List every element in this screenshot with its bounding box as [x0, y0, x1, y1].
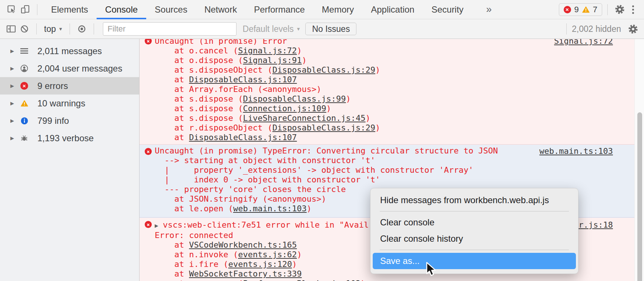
menu-item-clear-console[interactable]: Clear console: [370, 214, 578, 231]
console-message-line: at o.dispose (Signal.js:91): [155, 56, 603, 65]
kebab-menu-icon[interactable]: [626, 2, 640, 17]
console-settings-gear-icon[interactable]: [626, 22, 640, 36]
sidebar-item-799-info[interactable]: ▶799 info: [0, 112, 139, 129]
menu-separator: [380, 249, 569, 250]
stack-frame-link[interactable]: DisposableClass.js:99: [243, 94, 346, 103]
info-icon: [20, 117, 28, 125]
console-message-line: at s.dispose (DisposableClass.js:99): [155, 94, 603, 104]
scrollbar-thumb[interactable]: [637, 112, 642, 281]
tab-console[interactable]: Console: [97, 0, 146, 19]
message-text: ): [346, 94, 351, 103]
console-message-line: at DisposableClass.js:107: [155, 75, 603, 85]
menu-item-clear-console-history[interactable]: Clear console history: [370, 231, 578, 247]
console-error-message: ×Uncaught (in promise) Error at o.cancel…: [140, 39, 644, 145]
no-issues-button[interactable]: No Issues: [305, 23, 356, 35]
console-toolbar-right: 2,002 hidden: [561, 22, 644, 36]
warning-count-icon: [582, 6, 590, 13]
sidebar-item-label: 1,193 verbose: [37, 133, 94, 143]
sidebar-item-9-errors[interactable]: ▶×9 errors: [0, 77, 139, 95]
warning-count: 7: [593, 5, 597, 14]
message-text: Error: connected: [155, 231, 233, 240]
disclosure-triangle-icon[interactable]: ▶: [10, 83, 16, 89]
message-text: Uncaught (in promise) TypeError: Convert…: [155, 146, 498, 155]
error-icon: ×: [20, 82, 28, 90]
tab-sources[interactable]: Sources: [146, 0, 196, 19]
stack-frame-link[interactable]: LiveShareConnection.js:45: [243, 113, 365, 123]
warning-icon: [20, 99, 28, 107]
context-label: top: [44, 24, 56, 34]
sidebar-item-label: 799 info: [37, 116, 69, 126]
filter-input[interactable]: [103, 22, 237, 36]
sidebar-item-1-193-verbose[interactable]: ▶1,193 verbose: [0, 129, 139, 147]
stack-frame-link[interactable]: web.main.ts:103: [233, 204, 307, 213]
message-text: ): [297, 46, 302, 55]
scrollbar-track[interactable]: [634, 39, 644, 281]
stack-frame-link[interactable]: events.js:120: [228, 259, 292, 269]
log-levels-dropdown[interactable]: Default levels ▾: [243, 24, 300, 34]
message-text: ): [302, 56, 306, 65]
disclosure-triangle-icon[interactable]: ▶: [10, 48, 16, 54]
sidebar-item-label: 2,011 messages: [37, 46, 102, 56]
stack-frame-link[interactable]: WebSocketFactory.ts:339: [189, 269, 302, 278]
expand-triangle-icon[interactable]: ▶: [155, 221, 163, 231]
message-text: | index 0 -> object with constructor 't': [155, 175, 380, 184]
context-menu: Hide messages from workbench.web.api.jsC…: [370, 188, 578, 274]
clear-console-icon[interactable]: [18, 22, 31, 36]
more-tabs-button[interactable]: »: [486, 4, 492, 15]
live-expression-eye-icon[interactable]: [75, 22, 88, 36]
menu-item-save-as[interactable]: Save as...: [373, 253, 576, 269]
message-text: at s.disposeObject (: [155, 65, 272, 75]
javascript-context-dropdown[interactable]: top ▾: [42, 24, 64, 34]
message-text: ): [297, 250, 302, 259]
disclosure-triangle-icon[interactable]: ▶: [10, 66, 16, 71]
tab-application[interactable]: Application: [362, 0, 423, 19]
issues-badge[interactable]: × 9 7: [559, 3, 603, 16]
device-toolbar-icon[interactable]: [19, 2, 32, 17]
stack-frame-link[interactable]: Signal.js:72: [238, 46, 297, 55]
stack-frame-link[interactable]: DisposableClass.js:29: [272, 65, 375, 75]
console-message-line: Uncaught (in promise) Error: [155, 39, 603, 46]
tab-security[interactable]: Security: [423, 0, 472, 19]
source-location-link[interactable]: Signal.js:72: [554, 39, 613, 46]
console-message-line: at s.dispose (Connection.js:109): [155, 104, 603, 113]
tab-performance[interactable]: Performance: [245, 0, 313, 19]
error-icon: ×: [145, 221, 152, 228]
tab-network[interactable]: Network: [196, 0, 245, 19]
message-text: vscs:web-client:7e51 error while in "Ava…: [163, 220, 369, 229]
disclosure-triangle-icon[interactable]: ▶: [10, 135, 16, 141]
console-message-line: at o.cancel (Signal.js:72): [155, 46, 603, 56]
message-text: at r.disposeObject (: [155, 123, 272, 132]
tab-memory[interactable]: Memory: [313, 0, 363, 19]
message-text: at: [155, 240, 189, 249]
stack-frame-link[interactable]: DisposableClass.js:107: [189, 133, 297, 142]
stack-frame-link[interactable]: Connection.js:109: [243, 104, 326, 113]
error-icon: ×: [145, 148, 152, 155]
sidebar-item-10-warnings[interactable]: ▶10 warnings: [0, 95, 139, 112]
inspect-element-icon[interactable]: [5, 2, 19, 17]
disclosure-triangle-icon[interactable]: ▶: [10, 118, 16, 123]
source-location-link[interactable]: web.main.ts:103: [539, 146, 613, 156]
settings-gear-icon[interactable]: [613, 2, 626, 17]
sidebar-item-2-004-user-messages[interactable]: ▶2,004 user messages: [0, 60, 139, 77]
disclosure-triangle-icon[interactable]: ▶: [10, 100, 16, 106]
stack-frame-link[interactable]: events.js:62: [238, 250, 297, 259]
tab-elements[interactable]: Elements: [43, 0, 97, 19]
stack-frame-link[interactable]: Signal.js:91: [243, 56, 302, 65]
message-text: ): [292, 259, 297, 269]
source-location-link[interactable]: r.js:18: [578, 220, 613, 230]
message-text: at o.cancel (: [155, 46, 238, 55]
message-text: --- property 'core' closes the circle: [155, 185, 346, 194]
message-text: --> starting at object with constructor …: [155, 156, 375, 165]
sidebar-item-2-011-messages[interactable]: ▶2,011 messages: [0, 42, 139, 60]
divider: [37, 4, 37, 15]
console-sidebar-toggle-icon[interactable]: [4, 22, 18, 36]
stack-frame-link[interactable]: DisposableClass.js:29: [272, 123, 375, 132]
main-toolbar: ElementsConsoleSourcesNetworkPerformance…: [0, 0, 644, 19]
message-text: ): [326, 104, 331, 113]
stack-frame-link[interactable]: PerformanceBlocks.js:102: [243, 279, 360, 281]
stack-frame-link[interactable]: DisposableClass.js:107: [189, 75, 297, 84]
stack-frame-link[interactable]: VSCodeWorkbench.ts:165: [189, 240, 297, 249]
menu-item-hide-messages-from-workbench-web-api-js[interactable]: Hide messages from workbench.web.api.js: [370, 192, 578, 208]
console-message-line: at s.dispose (LiveShareConnection.js:45): [155, 113, 603, 123]
message-text: | property '_extensions' -> object with …: [155, 165, 473, 175]
